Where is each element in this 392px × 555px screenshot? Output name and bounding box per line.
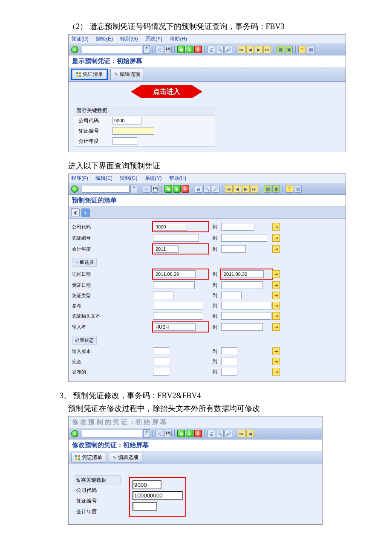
back-dim-icon[interactable]: ◁ (156, 430, 163, 437)
info-icon[interactable]: i (81, 208, 90, 217)
input-entered-by-from[interactable] (154, 323, 196, 331)
print-icon[interactable]: 🖨 (208, 46, 215, 53)
back-icon[interactable]: ◀ (177, 46, 185, 53)
layout-menu-icon[interactable]: ▤ (307, 46, 314, 53)
input-fiscal-year[interactable] (133, 502, 157, 511)
print-icon[interactable]: 🖨 (208, 430, 215, 437)
input-posting-date-to[interactable] (222, 270, 264, 278)
input-version-from[interactable] (153, 347, 169, 355)
edit-options-button[interactable]: ✎ 编辑选项 (109, 453, 142, 462)
multi-select-icon[interactable]: ➜ (272, 302, 280, 309)
command-field[interactable] (82, 430, 142, 437)
prev-page-icon[interactable]: ◀ (233, 185, 241, 193)
menu-goto[interactable]: 转到(G) (120, 175, 137, 181)
input-company-code-from[interactable] (154, 223, 187, 231)
menu-edit[interactable]: 编辑(E) (96, 36, 113, 42)
command-dropdown-icon[interactable]: ▾ (143, 429, 150, 438)
first-page-icon[interactable]: ⏮ (238, 46, 245, 53)
multi-select-icon[interactable]: ➜ (272, 270, 280, 278)
multi-select-icon[interactable]: ➜ (272, 358, 280, 365)
find-next-icon[interactable]: 🔎 (225, 46, 232, 53)
input-fiscal-year-from[interactable] (154, 245, 179, 253)
command-dropdown-icon[interactable]: ▾ (143, 45, 150, 54)
command-field[interactable] (82, 46, 142, 53)
input-doc-number[interactable] (112, 127, 154, 135)
input-posting-date-from[interactable] (154, 270, 196, 278)
enter-icon[interactable]: ✓ (71, 46, 78, 53)
menu-system[interactable]: 系统(Y) (145, 36, 162, 42)
edit-options-button[interactable]: ✎ 编辑选项 (110, 69, 144, 80)
save-icon[interactable]: 💾 (164, 430, 172, 437)
cancel-icon[interactable]: ✕ (194, 46, 202, 53)
input-doc-date-to[interactable] (221, 281, 263, 289)
menu-edit[interactable]: 编辑(E) (95, 175, 112, 181)
input-doc-type-to[interactable] (221, 292, 242, 299)
command-dropdown-icon[interactable]: ▾ (130, 185, 137, 193)
input-doc-type-from[interactable] (153, 292, 173, 299)
multi-select-icon[interactable]: ➜ (272, 312, 280, 320)
back-icon[interactable]: ◀ (164, 185, 172, 193)
new-session-icon[interactable]: ▣ (272, 185, 280, 193)
save-icon[interactable]: 💾 (164, 46, 172, 53)
prev-page-icon[interactable]: ◀ (246, 430, 254, 437)
first-page-icon[interactable]: ⏮ (225, 185, 233, 193)
last-page-icon[interactable]: ⏭ (263, 46, 271, 53)
next-page-icon[interactable]: ▶ (242, 185, 250, 193)
session-overview-icon[interactable]: ▦ (277, 46, 284, 53)
enter-icon[interactable]: ✓ (71, 185, 78, 193)
input-complete-from[interactable] (153, 358, 169, 365)
menu-program[interactable]: 程序(P) (71, 175, 88, 181)
input-released-from[interactable] (153, 368, 169, 376)
multi-select-icon[interactable]: ➜ (272, 368, 280, 376)
input-released-to[interactable] (221, 368, 237, 376)
multi-select-icon[interactable]: ➜ (272, 234, 280, 242)
input-doc-number-from[interactable] (153, 234, 199, 242)
session-overview-icon[interactable]: ▦ (264, 185, 271, 193)
input-fiscal-year[interactable] (112, 137, 137, 145)
next-page-icon[interactable]: ▶ (255, 46, 262, 53)
find-icon[interactable]: 🔍 (203, 185, 211, 193)
help-icon[interactable]: ? (298, 46, 306, 53)
enter-icon[interactable]: ✓ (71, 430, 78, 437)
print-icon[interactable]: 🖨 (195, 185, 202, 193)
menu-document[interactable]: 凭证(D) (71, 36, 89, 42)
doc-list-button[interactable]: 凭证清单 (71, 453, 106, 462)
layout-menu-icon[interactable]: ▤ (294, 185, 302, 193)
execute-icon[interactable]: ⊕ (71, 208, 80, 217)
exit-icon[interactable]: ▲ (173, 185, 181, 193)
prev-page-icon[interactable]: ◀ (246, 46, 254, 53)
cancel-icon[interactable]: ✕ (194, 430, 202, 437)
input-entered-by-to[interactable] (221, 323, 263, 331)
input-doc-number-to[interactable] (221, 234, 267, 242)
menu-help[interactable]: 帮助(H) (169, 175, 187, 181)
find-next-icon[interactable]: 🔎 (212, 185, 219, 193)
find-icon[interactable]: 🔍 (216, 46, 224, 53)
input-fiscal-year-to[interactable] (221, 245, 246, 253)
save-icon[interactable]: 💾 (151, 185, 159, 193)
input-version-to[interactable] (221, 347, 237, 355)
cancel-icon[interactable]: ✕ (182, 185, 189, 193)
menu-system[interactable]: 系统(Y) (145, 175, 162, 181)
multi-select-icon[interactable]: ➜ (272, 223, 280, 231)
input-doc-date-from[interactable] (153, 281, 195, 289)
multi-select-icon[interactable]: ➜ (272, 245, 280, 253)
exit-icon[interactable]: ▲ (186, 430, 193, 437)
first-page-icon[interactable]: ⏮ (238, 430, 245, 437)
input-company-code-to[interactable] (221, 223, 254, 231)
input-reference-to[interactable] (221, 302, 271, 309)
find-next-icon[interactable]: 🔎 (225, 430, 232, 437)
last-page-icon[interactable]: ⏭ (251, 185, 258, 193)
input-header-text-from[interactable] (153, 312, 203, 320)
menu-goto[interactable]: 转到(G) (120, 36, 138, 42)
input-company-code[interactable] (112, 117, 141, 124)
input-header-text-to[interactable] (221, 312, 271, 320)
exit-icon[interactable]: ▲ (186, 46, 193, 53)
input-company-code[interactable] (133, 480, 161, 489)
new-session-icon[interactable]: ▣ (285, 46, 293, 53)
command-field[interactable] (82, 185, 130, 193)
multi-select-icon[interactable]: ➜ (272, 281, 280, 289)
input-complete-to[interactable] (221, 358, 237, 365)
help-icon[interactable]: ? (285, 185, 293, 193)
back-dim-icon[interactable]: ◁ (156, 46, 163, 53)
input-doc-number[interactable] (133, 491, 183, 500)
